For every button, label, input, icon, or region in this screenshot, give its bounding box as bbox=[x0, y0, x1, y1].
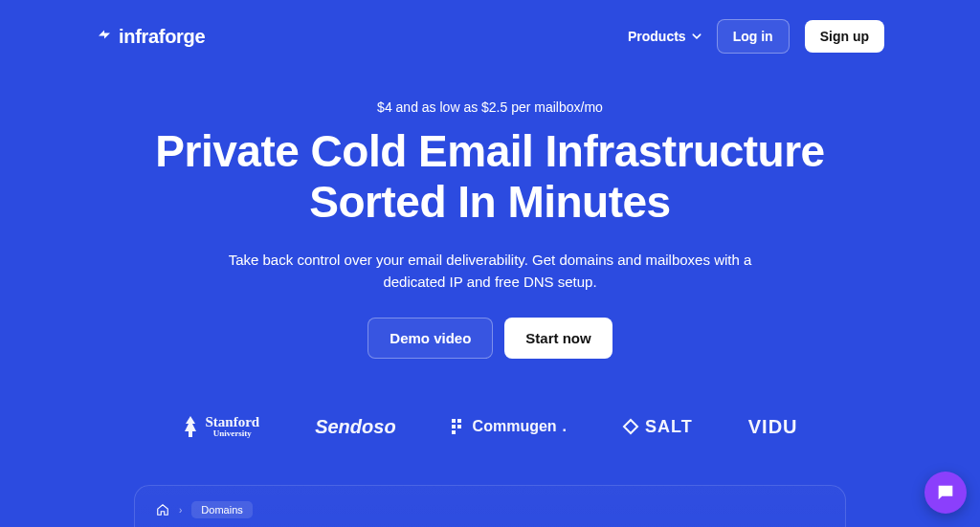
client-logos-row: Stanford University Sendoso Commugen. SA… bbox=[57, 414, 923, 439]
svg-rect-4 bbox=[452, 430, 456, 434]
cta-row: Demo video Start now bbox=[57, 318, 923, 359]
domains-panel: › Domains Domains bbox=[134, 485, 846, 527]
chat-widget-button[interactable] bbox=[924, 472, 967, 514]
brand-logo[interactable]: infraforge bbox=[96, 26, 205, 48]
salt-text: SALT bbox=[645, 417, 693, 437]
brand-text: infraforge bbox=[119, 26, 205, 48]
hero-title-line2: Sorted In Minutes bbox=[309, 177, 670, 227]
salt-icon bbox=[622, 418, 639, 435]
svg-rect-3 bbox=[457, 425, 461, 428]
svg-rect-2 bbox=[452, 425, 456, 428]
signup-button[interactable]: Sign up bbox=[805, 20, 884, 53]
chevron-down-icon bbox=[692, 33, 702, 39]
client-logo-sendoso: Sendoso bbox=[315, 416, 395, 438]
nav-right: Products Log in Sign up bbox=[628, 19, 884, 54]
header: infraforge Products Log in Sign up bbox=[0, 0, 980, 73]
chat-icon bbox=[935, 482, 956, 503]
client-logo-vidu: VIDU bbox=[748, 416, 798, 438]
products-label: Products bbox=[628, 29, 686, 44]
breadcrumb: › Domains bbox=[156, 501, 824, 518]
commugen-text: Commugen bbox=[473, 418, 557, 435]
pricing-text: $4 and as low as $2.5 per mailbox/mo bbox=[57, 99, 923, 115]
hero-subtitle: Take back control over your email delive… bbox=[222, 249, 758, 294]
breadcrumb-current[interactable]: Domains bbox=[191, 501, 252, 518]
stanford-tree-icon bbox=[182, 414, 199, 439]
stanford-text: Stanford bbox=[205, 414, 259, 429]
commugen-icon bbox=[452, 419, 467, 434]
hero-title: Private Cold Email Infrastructure Sorted… bbox=[57, 126, 923, 228]
svg-rect-1 bbox=[457, 419, 461, 423]
hero-title-line1: Private Cold Email Infrastructure bbox=[155, 126, 824, 176]
stanford-subtext: University bbox=[205, 429, 259, 438]
login-button[interactable]: Log in bbox=[717, 19, 790, 54]
home-icon[interactable] bbox=[156, 503, 169, 516]
breadcrumb-separator: › bbox=[179, 505, 182, 516]
client-logo-stanford: Stanford University bbox=[182, 414, 259, 439]
client-logo-commugen: Commugen. bbox=[452, 418, 567, 435]
hero-section: $4 and as low as $2.5 per mailbox/mo Pri… bbox=[0, 73, 980, 439]
demo-video-button[interactable]: Demo video bbox=[368, 318, 493, 359]
svg-rect-0 bbox=[452, 419, 456, 423]
client-logo-salt: SALT bbox=[622, 417, 693, 437]
products-dropdown[interactable]: Products bbox=[628, 29, 702, 44]
brand-icon bbox=[96, 26, 113, 48]
start-now-button[interactable]: Start now bbox=[504, 318, 612, 359]
